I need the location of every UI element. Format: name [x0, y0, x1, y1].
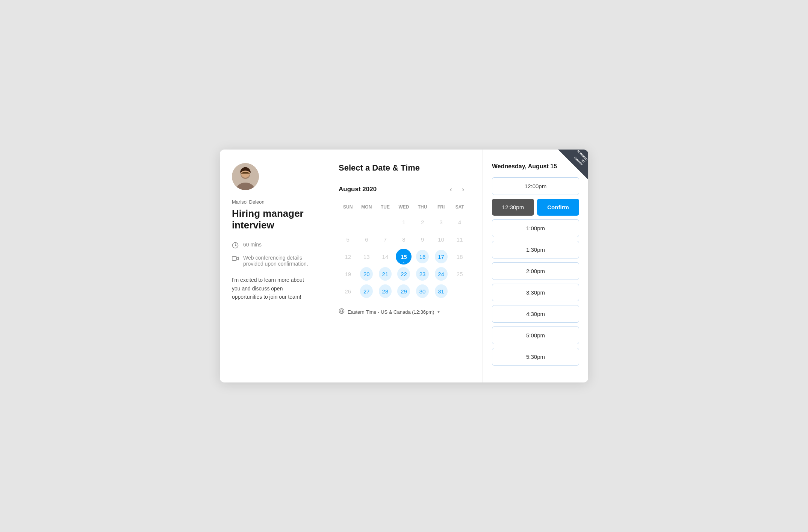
- calendly-badge-text: POWEREDBYCalendly: [571, 150, 588, 166]
- calendar-weeks: 1234567891011121314151617181920212223242…: [339, 214, 469, 299]
- time-slot[interactable]: 3:30pm: [492, 284, 579, 301]
- selected-time-row: 12:30pmConfirm: [492, 199, 579, 216]
- conferencing-text: Web conferencing details provided upon c…: [243, 255, 313, 267]
- calendar-header: August 2020 ‹ ›: [339, 183, 469, 195]
- interview-title: Hiring manager interview: [232, 208, 313, 231]
- calendar-day: 1: [396, 214, 412, 230]
- calendar-day: [340, 214, 356, 230]
- scheduling-card: POWEREDBYCalendly Marisol Deleon Hiring …: [220, 150, 588, 382]
- description-text: I'm excited to learn more about you and …: [232, 276, 313, 301]
- calendar-day: 11: [452, 231, 468, 247]
- month-label: August 2020: [339, 186, 445, 193]
- calendar-day: 19: [340, 266, 356, 282]
- calendar-day: 7: [377, 231, 393, 247]
- person-name: Marisol Deleon: [232, 199, 313, 205]
- day-header-fri: FRI: [432, 203, 451, 211]
- time-slot[interactable]: 1:00pm: [492, 219, 579, 237]
- calendar-week-3: 19202122232425: [339, 266, 469, 282]
- calendar-day[interactable]: 22: [396, 266, 412, 282]
- calendar-day: 5: [340, 231, 356, 247]
- svg-marker-5: [236, 257, 238, 260]
- middle-panel: Select a Date & Time August 2020 ‹ › SUN…: [325, 150, 483, 382]
- time-slot[interactable]: 2:00pm: [492, 262, 579, 280]
- day-header-mon: MON: [357, 203, 376, 211]
- calendar-day[interactable]: 27: [359, 283, 374, 299]
- confirm-button[interactable]: Confirm: [537, 199, 579, 216]
- selected-date-heading: Wednesday, August 15: [492, 163, 579, 170]
- timezone-label: Eastern Time - US & Canada (12:36pm): [348, 309, 434, 315]
- calendar-day: 12: [340, 249, 356, 264]
- calendar-day: 8: [396, 231, 412, 247]
- calendar-day[interactable]: 23: [415, 266, 430, 282]
- calendar-day: [452, 283, 468, 299]
- globe-icon: [339, 308, 345, 316]
- time-slot[interactable]: 1:30pm: [492, 241, 579, 258]
- calendar-week-2: 12131415161718: [339, 249, 469, 264]
- avatar: [232, 163, 259, 190]
- time-slot[interactable]: 5:30pm: [492, 348, 579, 366]
- calendar-week-1: 567891011: [339, 231, 469, 247]
- calendar-day[interactable]: 30: [415, 283, 430, 299]
- calendar-day: 26: [340, 283, 356, 299]
- calendar-day: 6: [359, 231, 374, 247]
- calendar-week-4: 262728293031: [339, 283, 469, 299]
- calendar-grid: SUNMONTUEWEDTHUFRISAT 123456789101112131…: [339, 203, 469, 299]
- calendar-day: 14: [377, 249, 393, 264]
- svg-rect-6: [232, 257, 236, 261]
- calendar-week-0: 1234: [339, 214, 469, 230]
- calendar-day: [377, 214, 393, 230]
- day-headers: SUNMONTUEWEDTHUFRISAT: [339, 203, 469, 211]
- calendar-day[interactable]: 16: [415, 249, 430, 264]
- calendar-day: 10: [433, 231, 449, 247]
- clock-icon: [232, 242, 239, 249]
- time-slot-selected[interactable]: 12:30pm: [492, 199, 534, 216]
- calendar-day[interactable]: 29: [396, 283, 412, 299]
- prev-month-button[interactable]: ‹: [445, 183, 457, 195]
- time-slot[interactable]: 12:00pm: [492, 177, 579, 195]
- calendar-day[interactable]: 28: [377, 283, 393, 299]
- day-header-thu: THU: [413, 203, 432, 211]
- time-slot[interactable]: 4:30pm: [492, 305, 579, 323]
- next-month-button[interactable]: ›: [457, 183, 469, 195]
- calendar-day: 25: [452, 266, 468, 282]
- calendar-day[interactable]: 21: [377, 266, 393, 282]
- left-panel: Marisol Deleon Hiring manager interview …: [220, 150, 325, 382]
- right-panel: Wednesday, August 15 12:00pm12:30pmConfi…: [483, 150, 588, 382]
- calendar-day: 13: [359, 249, 374, 264]
- section-title: Select a Date & Time: [339, 163, 469, 173]
- duration-text: 60 mins: [243, 242, 262, 248]
- conferencing-row: Web conferencing details provided upon c…: [232, 255, 313, 267]
- calendar-day[interactable]: 24: [433, 266, 449, 282]
- calendar-day[interactable]: 20: [359, 266, 374, 282]
- duration-row: 60 mins: [232, 242, 313, 249]
- calendar-day: 4: [452, 214, 468, 230]
- time-slots-list: 12:00pm12:30pmConfirm1:00pm1:30pm2:00pm3…: [492, 177, 579, 366]
- calendar-day: [359, 214, 374, 230]
- calendar-day[interactable]: 17: [433, 249, 449, 264]
- timezone-selector[interactable]: Eastern Time - US & Canada (12:36pm) ▾: [339, 308, 469, 316]
- day-header-wed: WED: [395, 203, 413, 211]
- chevron-down-icon: ▾: [437, 309, 440, 314]
- day-header-sun: SUN: [339, 203, 357, 211]
- calendar-day: 18: [452, 249, 468, 264]
- day-header-sat: SAT: [450, 203, 469, 211]
- video-icon: [232, 255, 239, 263]
- calendar-day[interactable]: 15: [396, 249, 412, 264]
- calendar-day: 2: [415, 214, 430, 230]
- calendar-day[interactable]: 31: [433, 283, 449, 299]
- calendar-day: 3: [433, 214, 449, 230]
- day-header-tue: TUE: [376, 203, 395, 211]
- calendar-day: 9: [415, 231, 430, 247]
- time-slot[interactable]: 5:00pm: [492, 326, 579, 344]
